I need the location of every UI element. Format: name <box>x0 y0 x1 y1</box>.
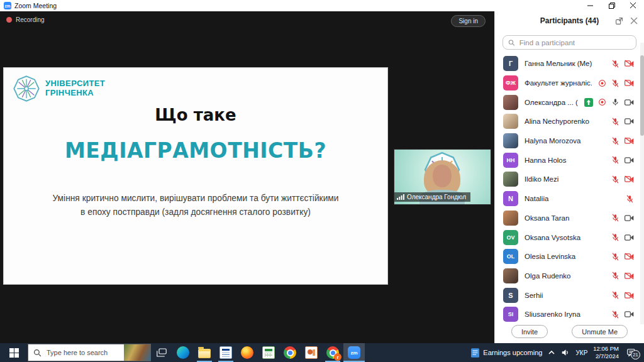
participant-row[interactable]: Halyna Morozova <box>495 131 640 151</box>
camera-off-icon <box>625 60 634 67</box>
impress-icon <box>305 346 318 359</box>
zoom-app-icon: zm <box>4 2 11 9</box>
mic-muted-icon <box>611 253 619 261</box>
camera-off-icon <box>625 292 634 299</box>
shared-slide: УНІВЕРСИТЕТ ГРІНЧЕНКА Що таке МЕДІАГРАМО… <box>3 67 388 285</box>
chrome-alt-icon: r <box>326 346 339 359</box>
popout-panel-button[interactable] <box>615 17 623 25</box>
taskbar-clock[interactable]: 12:06 PM 2/7/2024 <box>593 345 619 360</box>
logo-line1: УНІВЕРСИТЕТ <box>45 79 105 89</box>
tray-expand-button[interactable] <box>548 350 555 355</box>
camera-off-icon <box>625 175 634 183</box>
participant-row[interactable]: Olga Rudenko <box>495 266 640 286</box>
participant-row[interactable]: OVOksana Vysotska <box>495 228 640 247</box>
participant-row[interactable]: Alina Nechyporenko <box>495 112 640 131</box>
participant-search[interactable] <box>502 35 636 50</box>
participant-avatar: N <box>503 191 518 206</box>
participant-list: ГГанна Мельник (Me)ФЖФакультет журналіс.… <box>495 54 640 322</box>
search-icon <box>508 39 515 47</box>
participant-name: Ганна Мельник (Me) <box>525 60 605 67</box>
mic-muted-icon <box>611 156 619 164</box>
search-input[interactable] <box>518 38 631 47</box>
participant-avatar <box>503 268 518 283</box>
popout-icon <box>615 17 623 25</box>
participant-avatar: SI <box>503 307 518 322</box>
taskbar-app-edge[interactable] <box>172 343 194 362</box>
news-widget[interactable]: Earnings upcoming <box>471 348 542 358</box>
participant-row[interactable]: Олександра ... (Co-host) <box>495 92 640 112</box>
participant-avatar: OV <box>503 230 518 245</box>
grinchenko-emblem-icon <box>13 75 40 102</box>
participant-row[interactable]: Oksana Taran <box>495 209 640 228</box>
invite-button[interactable]: Invite <box>511 325 548 338</box>
scrollbar-thumb[interactable] <box>640 55 644 136</box>
file-explorer-icon <box>198 349 211 358</box>
taskbar-app-chrome[interactable] <box>279 343 301 362</box>
slide-subtitle: Уміння критично мислити, вирішувати проб… <box>4 192 387 219</box>
taskbar-app-zoom[interactable]: zm <box>343 343 365 362</box>
participant-row[interactable]: NNataliia <box>495 189 640 209</box>
zoom-icon: zm <box>348 346 360 359</box>
minimize-button[interactable] <box>580 0 601 11</box>
taskbar-app-impress[interactable] <box>301 343 322 362</box>
firefox-icon <box>241 346 253 359</box>
participant-row[interactable]: ФЖФакультет журналіс... (Host) <box>495 74 640 93</box>
participant-row[interactable]: SSerhii <box>495 285 640 305</box>
taskbar-app-file-explorer[interactable] <box>194 343 215 362</box>
taskbar-app-firefox[interactable] <box>236 343 258 362</box>
search-highlight-image[interactable] <box>124 344 150 361</box>
chevron-up-icon <box>548 350 555 355</box>
camera-off-icon <box>625 253 634 260</box>
close-icon <box>630 3 636 9</box>
taskbar-app-writer[interactable] <box>215 343 236 362</box>
camera-on-icon <box>625 214 634 222</box>
participant-name: Hanna Holos <box>525 156 605 164</box>
participant-name: Olesia Levinska <box>525 253 605 260</box>
language-indicator[interactable]: УКР <box>575 349 587 356</box>
restore-button[interactable] <box>601 0 623 11</box>
participant-avatar: ФЖ <box>503 75 518 90</box>
news-label: Earnings upcoming <box>483 349 542 356</box>
taskbar-app-calc[interactable] <box>258 343 279 362</box>
mic-muted-icon <box>611 118 619 126</box>
participant-row[interactable]: HHHanna Holos <box>495 150 640 170</box>
sign-in-button[interactable]: Sign in <box>451 15 486 27</box>
participant-row[interactable]: ГГанна Мельник (Me) <box>495 54 640 74</box>
participant-name: Alina Nechyporenko <box>525 118 605 125</box>
taskbar: rzm Earnings upcoming УКР 12:06 PM 2/7/2… <box>0 343 644 362</box>
speaker-icon <box>561 349 570 356</box>
volume-button[interactable] <box>561 349 570 356</box>
camera-on-icon <box>625 234 634 241</box>
participant-name: Oksana Vysotska <box>525 234 605 241</box>
speaker-video-tile[interactable]: Олександра Гондюл <box>394 150 491 204</box>
participant-name: Факультет журналіс... (Host) <box>525 79 592 87</box>
notification-center-button[interactable]: 21 <box>627 348 636 357</box>
participant-row[interactable]: SISliusarenko Iryna <box>495 305 640 322</box>
camera-on-icon <box>625 99 634 106</box>
taskbar-search-input[interactable] <box>45 348 120 357</box>
mic-on-icon <box>611 98 619 106</box>
signal-bars-icon <box>397 194 404 200</box>
participant-avatar: Г <box>503 56 518 71</box>
participants-panel: Participants (44) ГГанна Мельник (Me)ФЖФ… <box>494 11 644 343</box>
start-button[interactable] <box>0 343 28 362</box>
mic-muted-icon <box>611 214 619 222</box>
logo-line2: ГРІНЧЕНКА <box>45 89 105 98</box>
close-panel-button[interactable] <box>631 18 638 25</box>
task-view-button[interactable] <box>151 343 172 362</box>
scrollbar-track <box>640 43 644 324</box>
restore-icon <box>609 3 615 9</box>
mic-muted-icon <box>611 291 619 299</box>
taskbar-app-chrome-alt[interactable]: r <box>322 343 343 362</box>
taskbar-search[interactable] <box>28 344 151 361</box>
participant-row[interactable]: Ildiko Mezi <box>495 170 640 189</box>
task-view-icon <box>157 348 167 357</box>
participant-avatar <box>503 211 518 226</box>
close-button[interactable] <box>623 0 644 11</box>
window-title: Zoom Meeting <box>14 2 57 9</box>
participant-name: Oksana Taran <box>525 214 605 222</box>
unmute-me-button[interactable]: Unmute Me <box>572 325 628 338</box>
participant-row[interactable]: OLOlesia Levinska <box>495 247 640 266</box>
participant-avatar: S <box>503 288 518 303</box>
recording-badge-icon <box>598 98 606 106</box>
